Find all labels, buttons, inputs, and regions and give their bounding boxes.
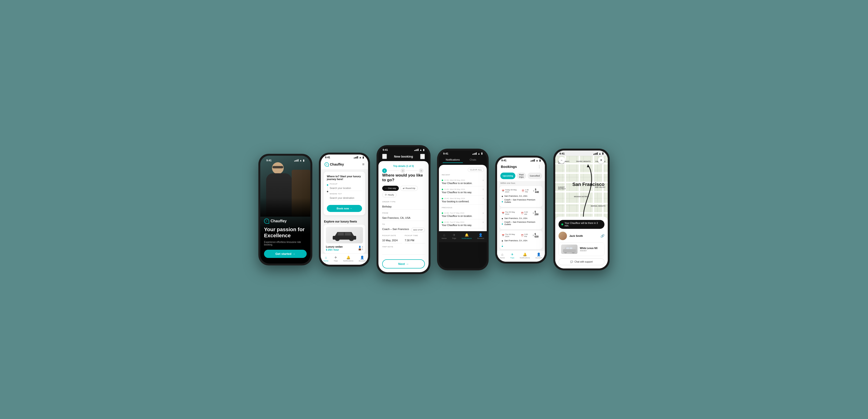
round-trip-button[interactable]: ⇌ Round trip (400, 186, 418, 191)
bookings-title: Bookings (501, 164, 517, 169)
from-input[interactable] (382, 215, 425, 221)
trip-note-input[interactable] (382, 249, 425, 255)
dest-input[interactable] (330, 196, 362, 201)
to-label: TO (382, 223, 425, 225)
account-label-4: Account (477, 237, 484, 239)
nav-home-5[interactable]: ⌂ Home (500, 252, 505, 259)
booking-meta-0: 📅 Today 08 May 2024 ⏰ 1:30 PM $ $ 440 (502, 188, 540, 193)
to-input[interactable] (382, 226, 410, 232)
within-label: Within one hour, (497, 181, 545, 185)
recent-label: RECENT (442, 174, 484, 176)
map-close-button[interactable]: ✕ (598, 157, 604, 163)
notif-time-prev-0: 12:30, Tue 07 May 2024 (444, 212, 464, 214)
hourly-button[interactable]: ⏱ Hourly (382, 192, 397, 198)
step-line-1 (388, 171, 400, 171)
tab-upcoming[interactable]: Upcoming (500, 173, 515, 179)
link-icon[interactable]: 🔗 (600, 234, 604, 238)
booking-title: New booking (387, 155, 420, 158)
nav-home-4[interactable]: ⌂ Home (442, 233, 447, 239)
nav-notifications-4[interactable]: 🔔 Notifications (462, 233, 472, 239)
battery-icon-2: ▮ (363, 156, 364, 159)
booking-question: Where would you like to go? (382, 173, 425, 182)
price-icon-1: $ (533, 212, 534, 214)
more-icon-5[interactable]: ⋮ (537, 164, 541, 169)
booking-date-0: 📅 Today 08 May 2024 (502, 188, 520, 193)
nav-account-5[interactable]: 👤 Account (535, 252, 542, 259)
battery-icon-4: ▮ (481, 152, 483, 155)
notif-item-prev-0: 12:30, Tue 07 May 2024 ∨ Your Chauffeur … (442, 210, 484, 219)
splash-subtitle: Experience effortless limousine ride boo… (264, 241, 307, 246)
route-labels-2: San Francisco, CA, USA (504, 239, 540, 243)
nav-trips-4[interactable]: ✈ Trips (452, 233, 456, 239)
book-now-button[interactable]: Book now → (327, 205, 362, 212)
trips-icon-2: ✈ (334, 256, 337, 259)
dest-dot (327, 191, 328, 192)
one-way-button[interactable]: → One way (382, 186, 399, 191)
pickup-input[interactable] (330, 186, 362, 191)
notif-time-prev-1: 12:30, Tue 07 May 2024 (444, 221, 464, 223)
home-label-5: Home (500, 257, 505, 259)
nav-trips-2[interactable]: ✈ Trips (334, 256, 338, 262)
get-started-button[interactable]: Get started → (264, 250, 307, 258)
booking-screen: ← New booking ✕ Trip details (1 of 3) 1 … (378, 152, 429, 272)
booking-time-1: ⏰ 9:30 AM (521, 211, 531, 216)
driver-name: Jack Smith (569, 235, 598, 237)
nav-account-4[interactable]: 👤 Account (477, 233, 484, 239)
chevron-icon-prev-1: ∨ (482, 221, 484, 223)
route-from-0: San Francisco, CA, USA (504, 195, 540, 197)
order-type-select[interactable]: Birthday (382, 204, 425, 210)
chat-icon: 💬 (570, 261, 573, 263)
nav-home-2[interactable]: ⌂ Home (323, 256, 328, 262)
trip-type-buttons: → One way ⇌ Round trip ⏱ Hourly (382, 186, 425, 198)
clear-all-button[interactable]: CLEAR ALL (468, 168, 484, 172)
booking-item-2: 📅 Thu 09 May 2024 ⏰ 3:00 PM $ $ 630 (499, 231, 542, 249)
status-bar-2: 9:41 ▲ ▮ (321, 154, 368, 160)
time-3: 9:41 (383, 148, 388, 151)
battery-icon-6: ▮ (602, 152, 603, 155)
fleet-name-col: Luxury sedan $ 250 / hour (326, 245, 343, 251)
order-type-label: ORDER TYPE (382, 201, 425, 203)
splash-content: C Chauffey Your passion for Excellence E… (260, 214, 310, 264)
pickup-time-label: PICKUP TIME (405, 235, 425, 237)
booking-price-1: $ $ 250 (533, 211, 540, 216)
nav-account-2[interactable]: 👤 Account (359, 256, 366, 262)
map-back-button[interactable]: ← (558, 157, 565, 163)
notifications-icon-5: 🔔 (523, 252, 527, 256)
time-1: 9:41 (266, 159, 272, 162)
pickup-time-select[interactable]: 7:30 PM (405, 238, 425, 243)
dot-column (327, 183, 328, 192)
home-label-2: Home (323, 260, 328, 262)
trip-note-label: TRIP NOTE (382, 246, 425, 248)
close-button-3[interactable]: ✕ (420, 154, 425, 159)
time-4: 9:41 (443, 152, 448, 155)
booking-date-2: 📅 Thu 09 May 2024 (502, 233, 519, 238)
add-stop-button[interactable]: ADD STOP (411, 228, 425, 232)
next-button[interactable]: Next → (382, 259, 425, 268)
back-button-3[interactable]: ← (382, 154, 387, 159)
menu-icon[interactable]: ≡ (362, 162, 364, 167)
fleet-bags: 💼3 (359, 248, 363, 250)
tab-cancelled[interactable]: Cancelled (528, 173, 542, 179)
pickup-date-select[interactable]: 10 May, 2024 (382, 238, 402, 243)
trips-label-4: Trips (452, 237, 456, 239)
nav-notifications-2[interactable]: 🔔 Notifications (343, 256, 353, 262)
route-to-1: Coach – San Francisco Premium Outlets (504, 221, 540, 226)
tab-notifications-4[interactable]: Notifications (443, 157, 463, 163)
fleet-info: Luxury sedan $ 250 / hour 👤3 💼3 (326, 245, 363, 251)
tab-past[interactable]: Past trips (517, 173, 526, 179)
status-bar-1: 9:41 ▲ ▮ (262, 157, 309, 163)
booking-meta-2: 📅 Thu 09 May 2024 ⏰ 3:00 PM $ $ 630 (502, 233, 540, 238)
route-line-0 (502, 198, 502, 201)
date-col: PICKUP DATE 10 May, 2024 (382, 235, 402, 246)
booking-date-1: 📅 Thu 09 May 2024 (502, 211, 519, 216)
explore-title: Explore our luxury fleets (321, 217, 368, 225)
clock-icon-0: ⏰ (522, 190, 524, 192)
notif-msg-0: Your Chauffeur is on location. (442, 182, 484, 184)
tab-chats-4[interactable]: Chats (463, 157, 483, 163)
logo-icon-2: C (324, 162, 329, 167)
nav-trips-5[interactable]: ✈ Trips (510, 252, 514, 259)
chat-support-button[interactable]: 💬 Chat with support (558, 259, 604, 265)
arriving-dot (561, 223, 563, 225)
price-icon-0: $ (533, 190, 534, 192)
nav-notifications-5[interactable]: 🔔 Notifications (520, 252, 530, 259)
